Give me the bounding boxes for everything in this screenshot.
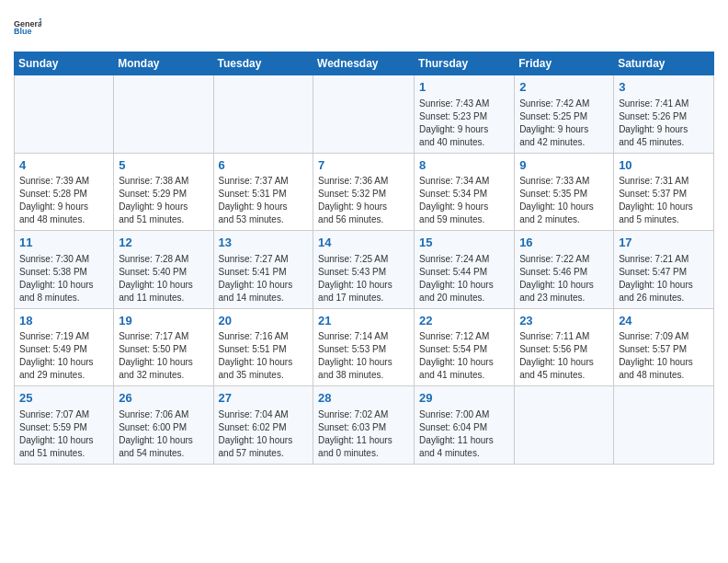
day-number: 15 <box>419 235 509 251</box>
day-number: 21 <box>318 313 409 329</box>
svg-text:Blue: Blue <box>14 27 32 36</box>
calendar-week-row: 1Sunrise: 7:43 AM Sunset: 5:23 PM Daylig… <box>15 75 714 154</box>
day-number: 20 <box>219 313 309 329</box>
day-info: Sunrise: 7:17 AM Sunset: 5:50 PM Dayligh… <box>119 330 208 382</box>
calendar: SundayMondayTuesdayWednesdayThursdayFrid… <box>14 52 714 465</box>
calendar-cell: 8Sunrise: 7:34 AM Sunset: 5:34 PM Daylig… <box>415 153 515 231</box>
calendar-cell: 16Sunrise: 7:22 AM Sunset: 5:46 PM Dayli… <box>515 231 614 309</box>
day-number: 6 <box>219 157 309 174</box>
day-number: 24 <box>619 313 709 329</box>
day-number: 26 <box>119 390 208 407</box>
day-number: 19 <box>119 313 208 329</box>
day-number: 27 <box>219 390 309 407</box>
day-number: 12 <box>119 235 208 251</box>
calendar-header-row: SundayMondayTuesdayWednesdayThursdayFrid… <box>15 52 714 75</box>
calendar-cell <box>614 386 714 465</box>
day-number: 28 <box>318 390 409 407</box>
day-info: Sunrise: 7:31 AM Sunset: 5:37 PM Dayligh… <box>619 175 709 226</box>
calendar-week-row: 25Sunrise: 7:07 AM Sunset: 5:59 PM Dayli… <box>15 386 714 465</box>
calendar-cell: 19Sunrise: 7:17 AM Sunset: 5:50 PM Dayli… <box>114 308 213 386</box>
day-info: Sunrise: 7:28 AM Sunset: 5:40 PM Dayligh… <box>119 253 208 304</box>
day-number: 8 <box>419 157 509 174</box>
calendar-cell: 14Sunrise: 7:25 AM Sunset: 5:43 PM Dayli… <box>313 231 415 309</box>
calendar-cell: 20Sunrise: 7:16 AM Sunset: 5:51 PM Dayli… <box>213 308 313 386</box>
calendar-cell <box>15 75 114 154</box>
calendar-cell: 10Sunrise: 7:31 AM Sunset: 5:37 PM Dayli… <box>614 153 714 231</box>
day-info: Sunrise: 7:12 AM Sunset: 5:54 PM Dayligh… <box>419 330 509 382</box>
calendar-week-row: 4Sunrise: 7:39 AM Sunset: 5:28 PM Daylig… <box>15 153 714 231</box>
day-number: 3 <box>619 79 709 96</box>
calendar-cell: 9Sunrise: 7:33 AM Sunset: 5:35 PM Daylig… <box>515 153 614 231</box>
day-info: Sunrise: 7:07 AM Sunset: 5:59 PM Dayligh… <box>19 408 108 460</box>
day-info: Sunrise: 7:41 AM Sunset: 5:26 PM Dayligh… <box>619 98 709 149</box>
page-container: General Blue SundayMondayTuesdayWednesda… <box>0 0 728 474</box>
calendar-cell <box>213 75 313 154</box>
day-info: Sunrise: 7:42 AM Sunset: 5:25 PM Dayligh… <box>519 98 609 149</box>
day-number: 18 <box>19 313 108 329</box>
calendar-cell <box>313 75 415 154</box>
day-info: Sunrise: 7:22 AM Sunset: 5:46 PM Dayligh… <box>519 253 609 304</box>
day-info: Sunrise: 7:21 AM Sunset: 5:47 PM Dayligh… <box>619 253 709 304</box>
logo: General Blue <box>14 9 41 44</box>
day-info: Sunrise: 7:33 AM Sunset: 5:35 PM Dayligh… <box>519 175 609 226</box>
day-number: 14 <box>318 235 409 251</box>
weekday-header: Monday <box>114 52 213 75</box>
calendar-cell: 26Sunrise: 7:06 AM Sunset: 6:00 PM Dayli… <box>114 386 213 465</box>
day-info: Sunrise: 7:34 AM Sunset: 5:34 PM Dayligh… <box>419 175 509 226</box>
calendar-cell: 27Sunrise: 7:04 AM Sunset: 6:02 PM Dayli… <box>213 386 313 465</box>
day-info: Sunrise: 7:27 AM Sunset: 5:41 PM Dayligh… <box>219 253 309 304</box>
day-number: 22 <box>419 313 509 329</box>
day-info: Sunrise: 7:30 AM Sunset: 5:38 PM Dayligh… <box>19 253 108 304</box>
day-number: 7 <box>318 157 409 174</box>
day-number: 17 <box>619 235 709 251</box>
day-info: Sunrise: 7:36 AM Sunset: 5:32 PM Dayligh… <box>318 175 409 226</box>
calendar-cell: 25Sunrise: 7:07 AM Sunset: 5:59 PM Dayli… <box>15 386 114 465</box>
day-info: Sunrise: 7:06 AM Sunset: 6:00 PM Dayligh… <box>119 408 208 460</box>
calendar-cell: 12Sunrise: 7:28 AM Sunset: 5:40 PM Dayli… <box>114 231 213 309</box>
calendar-cell: 6Sunrise: 7:37 AM Sunset: 5:31 PM Daylig… <box>213 153 313 231</box>
day-number: 11 <box>19 235 108 251</box>
calendar-cell: 3Sunrise: 7:41 AM Sunset: 5:26 PM Daylig… <box>614 75 714 154</box>
day-info: Sunrise: 7:37 AM Sunset: 5:31 PM Dayligh… <box>219 175 309 226</box>
day-number: 9 <box>519 157 609 174</box>
weekday-header: Thursday <box>415 52 515 75</box>
calendar-week-row: 18Sunrise: 7:19 AM Sunset: 5:49 PM Dayli… <box>15 308 714 386</box>
day-info: Sunrise: 7:00 AM Sunset: 6:04 PM Dayligh… <box>419 408 509 460</box>
calendar-cell: 15Sunrise: 7:24 AM Sunset: 5:44 PM Dayli… <box>415 231 515 309</box>
day-number: 23 <box>519 313 609 329</box>
day-info: Sunrise: 7:09 AM Sunset: 5:57 PM Dayligh… <box>619 330 709 382</box>
weekday-header: Sunday <box>15 52 114 75</box>
calendar-cell: 1Sunrise: 7:43 AM Sunset: 5:23 PM Daylig… <box>415 75 515 154</box>
calendar-cell: 18Sunrise: 7:19 AM Sunset: 5:49 PM Dayli… <box>15 308 114 386</box>
day-info: Sunrise: 7:16 AM Sunset: 5:51 PM Dayligh… <box>219 330 309 382</box>
day-info: Sunrise: 7:04 AM Sunset: 6:02 PM Dayligh… <box>219 408 309 460</box>
calendar-cell <box>114 75 213 154</box>
day-number: 16 <box>519 235 609 251</box>
day-number: 25 <box>19 390 108 407</box>
day-number: 1 <box>419 79 509 96</box>
calendar-cell: 7Sunrise: 7:36 AM Sunset: 5:32 PM Daylig… <box>313 153 415 231</box>
calendar-cell <box>515 386 614 465</box>
calendar-cell: 17Sunrise: 7:21 AM Sunset: 5:47 PM Dayli… <box>614 231 714 309</box>
weekday-header: Saturday <box>614 52 714 75</box>
day-info: Sunrise: 7:24 AM Sunset: 5:44 PM Dayligh… <box>419 253 509 304</box>
calendar-cell: 22Sunrise: 7:12 AM Sunset: 5:54 PM Dayli… <box>415 308 515 386</box>
calendar-week-row: 11Sunrise: 7:30 AM Sunset: 5:38 PM Dayli… <box>15 231 714 309</box>
day-number: 29 <box>419 390 509 407</box>
calendar-cell: 2Sunrise: 7:42 AM Sunset: 5:25 PM Daylig… <box>515 75 614 154</box>
calendar-cell: 11Sunrise: 7:30 AM Sunset: 5:38 PM Dayli… <box>15 231 114 309</box>
weekday-header: Wednesday <box>313 52 415 75</box>
calendar-cell: 13Sunrise: 7:27 AM Sunset: 5:41 PM Dayli… <box>213 231 313 309</box>
calendar-cell: 28Sunrise: 7:02 AM Sunset: 6:03 PM Dayli… <box>313 386 415 465</box>
calendar-cell: 29Sunrise: 7:00 AM Sunset: 6:04 PM Dayli… <box>415 386 515 465</box>
day-info: Sunrise: 7:14 AM Sunset: 5:53 PM Dayligh… <box>318 330 409 382</box>
day-number: 13 <box>219 235 309 251</box>
day-info: Sunrise: 7:02 AM Sunset: 6:03 PM Dayligh… <box>318 408 409 460</box>
header: General Blue <box>14 9 714 44</box>
day-number: 10 <box>619 157 709 174</box>
weekday-header: Friday <box>515 52 614 75</box>
day-number: 2 <box>519 79 609 96</box>
calendar-cell: 23Sunrise: 7:11 AM Sunset: 5:56 PM Dayli… <box>515 308 614 386</box>
calendar-cell: 21Sunrise: 7:14 AM Sunset: 5:53 PM Dayli… <box>313 308 415 386</box>
logo-svg: General Blue <box>14 9 41 44</box>
